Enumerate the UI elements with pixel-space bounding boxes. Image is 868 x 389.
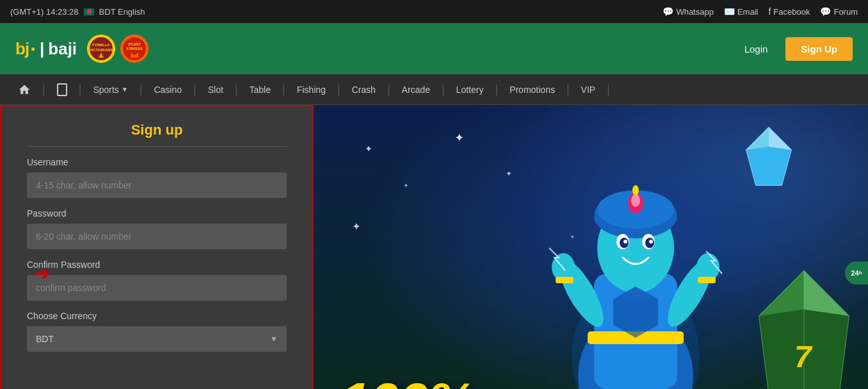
arrow-indicator: ➜ xyxy=(33,261,51,285)
svg-rect-37 xyxy=(556,277,574,283)
nav-sep-1: | xyxy=(41,83,47,96)
top-bar-right: 💬 Whatsapp ✉️ Email f Facebook 💬 Forum xyxy=(663,6,858,17)
logo-bj: bj xyxy=(15,39,29,59)
navigation: | | Sports ▼ | Casino | Slot | Table | F… xyxy=(0,74,868,105)
home-icon xyxy=(18,83,31,96)
top-bar-left: (GMT+1) 14:23:28 BDT English xyxy=(10,7,145,17)
nav-sep-2: | xyxy=(77,83,83,96)
team-badge-2: SYLHET STRIKERS xyxy=(120,35,149,63)
currency-select[interactable]: BDT USD EUR INR xyxy=(27,326,287,352)
nav-crash[interactable]: Crash xyxy=(342,74,386,105)
svg-marker-13 xyxy=(759,271,804,316)
banner: ✦ ✦ ✦ ✦ ✦ ✦ 7 xyxy=(314,105,868,389)
confirm-password-input[interactable] xyxy=(27,275,287,301)
genie-character xyxy=(524,133,748,389)
nav-slot[interactable]: Slot xyxy=(198,74,234,105)
banner-percent-text: 100% xyxy=(339,370,475,389)
svg-text:SYLHET: SYLHET xyxy=(128,42,141,46)
signup-title: Sign up xyxy=(27,122,287,147)
svg-marker-12 xyxy=(804,271,849,316)
currency-group: Choose Currency BDT USD EUR INR xyxy=(27,311,287,352)
nav-vip[interactable]: VIP xyxy=(571,74,606,105)
header: bj · | baji COMILLA VICTORIANS SYLHET ST… xyxy=(0,23,868,74)
logo-dot: · xyxy=(30,37,36,61)
nav-home[interactable] xyxy=(8,74,41,105)
logo[interactable]: bj · | baji xyxy=(15,37,77,61)
login-button[interactable]: Login xyxy=(734,38,778,60)
nav-sep-9: | xyxy=(440,83,446,96)
whatsapp-link[interactable]: 💬 Whatsapp xyxy=(663,6,714,17)
flag-icon xyxy=(84,8,94,15)
nav-items: | | Sports ▼ | Casino | Slot | Table | F… xyxy=(8,74,860,105)
top-bar: (GMT+1) 14:23:28 BDT English 💬 Whatsapp … xyxy=(0,0,868,23)
logo-baji: baji xyxy=(48,39,77,59)
nav-mobile[interactable] xyxy=(47,74,77,105)
forum-icon: 💬 xyxy=(820,6,831,17)
nav-casino[interactable]: Casino xyxy=(143,74,192,105)
confirm-password-label: Confirm Password xyxy=(27,260,287,270)
team-logos: COMILLA VICTORIANS SYLHET STRIKERS xyxy=(87,35,149,63)
nav-fishing[interactable]: Fishing xyxy=(287,74,336,105)
nav-sep-8: | xyxy=(386,83,392,96)
team-badge-1: COMILLA VICTORIANS xyxy=(87,35,115,63)
header-left: bj · | baji COMILLA VICTORIANS SYLHET ST… xyxy=(15,35,149,63)
svg-marker-9 xyxy=(746,128,769,150)
crystal-bottom-right: 7 xyxy=(740,265,868,389)
currency-label: Choose Currency xyxy=(27,311,287,321)
svg-text:COMILLA: COMILLA xyxy=(92,43,110,47)
time-display: (GMT+1) 14:23:28 xyxy=(10,7,79,17)
svg-text:VICTORIANS: VICTORIANS xyxy=(90,48,113,52)
password-input[interactable] xyxy=(27,224,287,249)
nav-arcade[interactable]: Arcade xyxy=(392,74,440,105)
support-badge[interactable]: 24 h xyxy=(845,261,868,285)
nav-sep-4: | xyxy=(192,83,198,96)
currency-language[interactable]: BDT English xyxy=(99,7,145,17)
whatsapp-icon: 💬 xyxy=(663,6,673,17)
svg-point-31 xyxy=(623,240,627,244)
nav-sep-5: | xyxy=(234,83,239,96)
nav-table[interactable]: Table xyxy=(239,74,281,105)
currency-select-wrapper: BDT USD EUR INR xyxy=(27,326,287,352)
svg-text:STRIKERS: STRIKERS xyxy=(126,47,143,51)
username-label: Username xyxy=(27,157,287,167)
nav-sep-11: | xyxy=(565,83,571,96)
sports-chevron-icon: ▼ xyxy=(122,86,128,93)
support-hour-label: h xyxy=(859,270,862,276)
svg-marker-8 xyxy=(769,128,791,150)
svg-marker-10 xyxy=(746,147,791,185)
username-input[interactable] xyxy=(27,172,287,198)
svg-point-25 xyxy=(631,194,640,207)
svg-rect-38 xyxy=(698,277,716,283)
nav-sep-7: | xyxy=(336,83,342,96)
header-right: Login Sign Up xyxy=(734,37,853,61)
username-group: Username xyxy=(27,157,287,198)
main-content: ➜ Sign up Username Password Confirm Pass… xyxy=(0,105,868,389)
facebook-icon: f xyxy=(768,6,771,17)
nav-sep-3: | xyxy=(138,83,144,96)
confirm-password-group: Confirm Password xyxy=(27,260,287,301)
signup-panel: Sign up Username Password Confirm Passwo… xyxy=(0,105,314,389)
password-group: Password xyxy=(27,208,287,249)
logo-pipe: | xyxy=(40,39,44,59)
signup-button[interactable]: Sign Up xyxy=(785,37,853,61)
svg-point-32 xyxy=(649,240,653,244)
mobile-icon xyxy=(57,83,67,96)
svg-point-26 xyxy=(632,185,639,195)
nav-sep-6: | xyxy=(281,83,287,96)
nav-sep-12: | xyxy=(606,83,611,96)
nav-promotions[interactable]: Promotions xyxy=(499,74,565,105)
forum-link[interactable]: 💬 Forum xyxy=(820,6,858,17)
nav-lottery[interactable]: Lottery xyxy=(446,74,494,105)
password-label: Password xyxy=(27,208,287,219)
nav-sports[interactable]: Sports ▼ xyxy=(83,74,138,105)
svg-text:7: 7 xyxy=(794,340,813,374)
email-icon: ✉️ xyxy=(724,6,735,17)
email-link[interactable]: ✉️ Email xyxy=(724,6,759,17)
facebook-link[interactable]: f Facebook xyxy=(768,6,810,17)
nav-sep-10: | xyxy=(494,83,499,96)
